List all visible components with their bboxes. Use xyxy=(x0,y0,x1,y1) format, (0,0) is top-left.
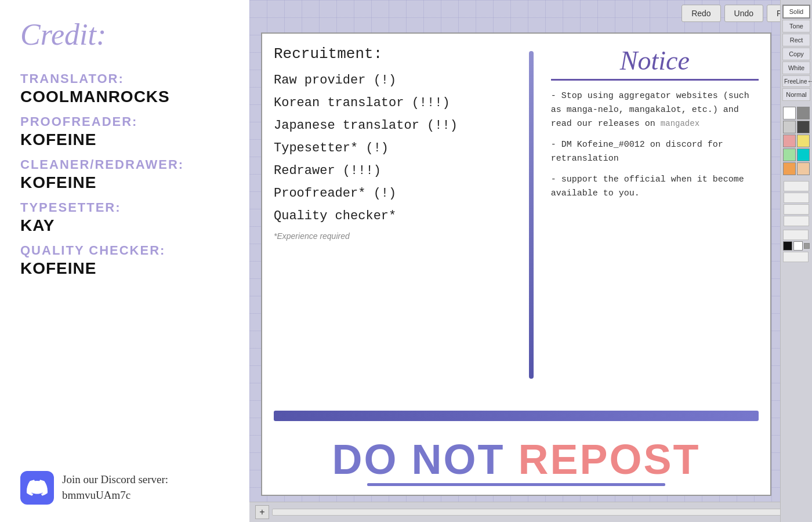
cleaner-value: KOFEINE xyxy=(20,173,229,192)
recruitment-item-5: Proofreader* (!) xyxy=(274,186,528,201)
size-input[interactable]: 1px xyxy=(783,230,809,240)
vertical-divider xyxy=(529,51,534,379)
recruitment-title: Recruitment: xyxy=(274,45,528,63)
swatch-cyan[interactable] xyxy=(797,148,810,161)
swatch-orange[interactable] xyxy=(783,162,796,175)
swatch-black[interactable] xyxy=(783,241,792,251)
color-row-2 xyxy=(783,121,810,133)
notice-point-2: - support the official when it become av… xyxy=(551,173,759,201)
recruitment-item-6: Quality checker* xyxy=(274,209,528,223)
tool-freeline[interactable]: FreeLine ← xyxy=(782,75,810,87)
swatch-darkgray[interactable] xyxy=(797,121,810,133)
b-input[interactable]: B0 xyxy=(784,204,809,215)
role-proofreader: PROOFREADER: KOFEINE xyxy=(20,106,229,149)
swatch-yellow[interactable] xyxy=(797,135,810,147)
a-input[interactable]: A255 xyxy=(784,216,809,226)
content-area: Recruitment: Raw provider (!) Korean tra… xyxy=(249,27,812,502)
typesetter-label: TYPESETTER: xyxy=(20,200,229,215)
redo-button[interactable]: Redo xyxy=(682,5,720,22)
toolbar: Redo Undo Paint xyxy=(249,0,812,27)
discord-text: Join our Discord server: bmmvuUAm7c xyxy=(62,472,168,503)
swatch-peach[interactable] xyxy=(797,162,810,175)
color-section xyxy=(783,106,810,176)
tool-tone[interactable]: Tone xyxy=(782,20,810,32)
do-not-repost-section: DO NOT REPOST xyxy=(262,424,770,495)
notice-column: Notice - Stop using aggregator websites … xyxy=(542,45,759,396)
tool-normal[interactable]: Normal xyxy=(782,88,810,101)
do-not-text: DO NOT xyxy=(332,436,505,483)
do-not-repost-text: DO NOT REPOST xyxy=(268,436,764,483)
black-white-swatches xyxy=(783,241,810,251)
layer-input[interactable]: Layer0 xyxy=(783,252,809,262)
color-row-4 xyxy=(783,148,810,161)
typesetter-value: KAY xyxy=(20,216,229,235)
tool-options: 1px Layer0 xyxy=(783,230,810,262)
color-row-5 xyxy=(783,162,810,175)
g-input[interactable]: G0 xyxy=(784,193,809,203)
proofreader-value: KOFEINE xyxy=(20,130,229,149)
color-row-3 xyxy=(783,135,810,147)
tools-sidebar: Solid Tone Rect Copy White FreeLine ← No… xyxy=(780,0,812,522)
manga-content: Recruitment: Raw provider (!) Korean tra… xyxy=(262,34,770,408)
qc-label: QUALITY CHECKER: xyxy=(20,243,229,258)
swatch-gray[interactable] xyxy=(797,107,810,119)
credit-title: Credit: xyxy=(20,17,229,52)
swatch-white[interactable] xyxy=(783,107,796,119)
page-add-button[interactable]: + xyxy=(255,505,269,519)
horizontal-scrollbar[interactable] xyxy=(272,509,789,516)
recruitment-item-2: Japanese translator (!!) xyxy=(274,118,528,133)
freeline-arrow: ← xyxy=(807,77,812,85)
swatch-white-small[interactable] xyxy=(793,241,803,251)
cleaner-label: CLEANER/REDRAWER: xyxy=(20,157,229,172)
manga-page: Recruitment: Raw provider (!) Korean tra… xyxy=(261,32,771,496)
rgba-inputs: R0 G0 B0 A255 xyxy=(784,181,809,226)
discord-section[interactable]: Join our Discord server: bmmvuUAm7c xyxy=(20,459,229,505)
recruitment-column: Recruitment: Raw provider (!) Korean tra… xyxy=(274,45,534,396)
role-qc: QUALITY CHECKER: KOFEINE xyxy=(20,235,229,278)
color-row-1 xyxy=(783,107,810,119)
swatch-green[interactable] xyxy=(783,148,796,161)
notice-point-1: - DM Kofeine_#0012 on discord for retran… xyxy=(551,138,759,166)
notice-point-0: - Stop using aggregator websites (such a… xyxy=(551,89,759,131)
repost-text: REPOST xyxy=(518,436,700,483)
undo-button[interactable]: Undo xyxy=(724,5,763,22)
r-input[interactable]: R0 xyxy=(784,181,809,191)
role-typesetter: TYPESETTER: KAY xyxy=(20,192,229,235)
left-panel: Credit: TRANSLATOR: COOLMANROCKS PROOFRE… xyxy=(0,0,249,522)
tool-solid[interactable]: Solid xyxy=(782,5,810,19)
recruitment-item-4: Redrawer (!!!) xyxy=(274,164,528,178)
freeline-label: FreeLine xyxy=(784,78,807,85)
swatch-mid[interactable] xyxy=(804,243,810,249)
discord-icon[interactable] xyxy=(20,471,54,505)
mangadex-link: mangadex xyxy=(661,119,699,128)
tool-rect[interactable]: Rect xyxy=(782,34,810,46)
recruitment-item-1: Korean translator (!!!) xyxy=(274,96,528,110)
translator-label: TRANSLATOR: xyxy=(20,71,229,86)
purple-separator-bar xyxy=(274,411,759,421)
tool-copy[interactable]: Copy xyxy=(782,48,810,60)
page-controls: + - xyxy=(249,502,812,522)
qc-value: KOFEINE xyxy=(20,259,229,278)
recruitment-item-3: Typesetter* (!) xyxy=(274,141,528,155)
role-translator: TRANSLATOR: COOLMANROCKS xyxy=(20,63,229,106)
notice-title: Notice xyxy=(551,45,759,81)
recruitment-item-0: Raw provider (!) xyxy=(274,73,528,88)
repost-underline xyxy=(367,483,665,486)
swatch-pink[interactable] xyxy=(783,135,796,147)
proofreader-label: PROOFREADER: xyxy=(20,114,229,129)
experience-note: *Experience required xyxy=(274,231,528,241)
translator-value: COOLMANROCKS xyxy=(20,88,229,106)
role-cleaner: CLEANER/REDRAWER: KOFEINE xyxy=(20,149,229,192)
right-panel: Redo Undo Paint Recruitment: Raw provide… xyxy=(249,0,812,522)
swatch-lightgray[interactable] xyxy=(783,121,796,133)
tool-white[interactable]: White xyxy=(782,61,810,74)
